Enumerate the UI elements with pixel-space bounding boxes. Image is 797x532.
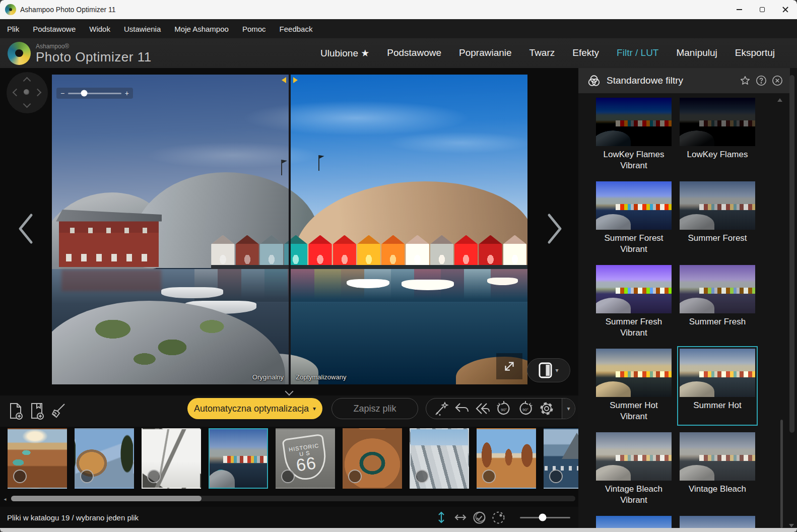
invert-selection-button[interactable] xyxy=(492,511,505,524)
favorite-button[interactable] xyxy=(739,75,751,87)
svg-text:90°: 90° xyxy=(501,408,507,412)
select-all-button[interactable] xyxy=(473,511,486,524)
add-folder-button[interactable] xyxy=(26,400,47,423)
filter-item[interactable]: LowKey Flames Vibrant xyxy=(593,95,674,175)
undo-all-button[interactable] xyxy=(475,401,491,417)
filter-item[interactable]: Summer Fresh xyxy=(677,262,758,342)
tools-dropdown-button[interactable]: ▾ xyxy=(562,398,575,419)
chevron-down-icon[interactable]: ▾ xyxy=(555,367,558,373)
settings-button[interactable] xyxy=(539,401,555,417)
close-button[interactable] xyxy=(774,0,797,19)
filter-item[interactable]: Vintage Bleach xyxy=(677,430,758,509)
filmstrip-thumbnail[interactable]: ✓ xyxy=(8,428,67,489)
filter-item[interactable]: Summer Hot Vibrant xyxy=(593,346,674,426)
collapse-toolbar-icon[interactable] xyxy=(285,387,294,396)
filter-item[interactable]: Vintage Bleach Vibrant xyxy=(593,430,674,509)
thumbnail-size-slider-thumb[interactable] xyxy=(539,514,547,521)
thumbnail-checkbox[interactable]: ✓ xyxy=(147,470,161,483)
nav-tab[interactable]: Ulubione ★ xyxy=(320,47,369,59)
nav-tab[interactable]: Podstawowe xyxy=(387,47,441,59)
nav-tab[interactable]: Twarz xyxy=(529,47,555,59)
nav-tab[interactable]: Poprawianie xyxy=(459,47,512,59)
zoom-out-icon[interactable]: − xyxy=(60,90,64,97)
thumbnail-checkbox[interactable]: ✓ xyxy=(13,470,27,483)
pan-up-icon[interactable] xyxy=(23,77,31,85)
zoom-slider-track[interactable] xyxy=(68,93,121,94)
filmstrip-thumbnail[interactable]: ✓ xyxy=(209,428,268,489)
chevron-down-icon: ▾ xyxy=(313,406,316,412)
filter-item[interactable]: Summer Forest Vibrant xyxy=(593,179,674,258)
panel-inner-scrollbar[interactable] xyxy=(780,420,783,528)
pan-left-icon[interactable] xyxy=(13,89,21,97)
auto-wand-button[interactable] xyxy=(433,401,449,417)
menu-item[interactable]: Podstawowe xyxy=(33,25,76,33)
menu-item[interactable]: Plik xyxy=(7,25,19,33)
maximize-button[interactable] xyxy=(751,0,774,19)
zoom-slider[interactable]: − + xyxy=(56,88,133,99)
panel-scroll-up-icon[interactable] xyxy=(777,98,782,102)
nav-tab[interactable]: Eksportuj xyxy=(735,47,775,59)
fit-horizontal-button[interactable] xyxy=(453,511,467,524)
panel-scrollbar-thumb[interactable] xyxy=(789,75,794,433)
close-panel-button[interactable] xyxy=(771,75,783,87)
filmstrip-scrollbar[interactable] xyxy=(11,496,575,501)
panel-scroll-down-icon[interactable] xyxy=(789,524,794,527)
pan-right-icon[interactable] xyxy=(34,89,42,97)
thumbnail-checkbox[interactable]: ✓ xyxy=(415,470,429,483)
thumbnail-checkbox[interactable]: ✓ xyxy=(281,470,295,483)
filter-item[interactable]: LowKey Flames xyxy=(677,95,758,175)
thumbnail-size-slider[interactable] xyxy=(520,517,570,518)
menu-item[interactable]: Moje Ashampoo xyxy=(174,25,229,33)
fullscreen-button[interactable] xyxy=(496,353,522,379)
compare-divider[interactable] xyxy=(289,75,291,384)
status-text: Pliki w katalogu 19 / wybrano jeden plik xyxy=(7,513,139,522)
zoom-in-icon[interactable]: + xyxy=(125,90,129,97)
nav-tab[interactable]: Filtr / LUT xyxy=(617,47,658,59)
divider-arrow-left-icon[interactable] xyxy=(282,77,286,83)
add-file-button[interactable] xyxy=(5,400,26,423)
filmstrip-scrollbar-thumb[interactable] xyxy=(11,496,202,501)
filmstrip-thumbnail[interactable]: ✓ xyxy=(544,428,578,489)
compare-mode-button[interactable]: ▾ xyxy=(527,358,570,382)
filter-item[interactable]: Summer Hot xyxy=(677,346,758,426)
menu-item[interactable]: Ustawienia xyxy=(124,25,161,33)
pan-control[interactable] xyxy=(7,72,48,113)
filmstrip-thumbnail[interactable]: ✓ xyxy=(477,428,536,489)
menu-item[interactable]: Pomoc xyxy=(242,25,266,33)
pan-down-icon[interactable] xyxy=(23,100,31,108)
rotate-left-button[interactable]: 90° xyxy=(495,401,512,417)
thumbnail-checkbox[interactable]: ✓ xyxy=(348,470,362,483)
previous-image-button[interactable] xyxy=(14,210,37,247)
undo-button[interactable] xyxy=(454,401,470,417)
fit-vertical-button[interactable] xyxy=(434,511,448,524)
zoom-slider-thumb[interactable] xyxy=(81,90,87,97)
pan-center-dot[interactable] xyxy=(24,89,29,95)
filmstrip-thumbnail[interactable]: ✓ xyxy=(142,428,201,489)
filter-item[interactable]: Summer Fresh Vibrant xyxy=(593,262,674,342)
rotate-right-button[interactable]: 90° xyxy=(517,401,534,417)
clean-list-button[interactable] xyxy=(47,400,69,423)
photo-compare-view[interactable]: Oryginalny Zoptymalizowany − + xyxy=(52,75,527,384)
next-image-button[interactable] xyxy=(543,210,566,247)
thumbnail-checkbox[interactable]: ✓ xyxy=(80,470,94,483)
filter-item[interactable]: Summer Forest xyxy=(677,179,758,258)
filmstrip-thumbnail[interactable]: ✓ xyxy=(75,428,134,489)
filmstrip-thumbnail[interactable]: ✓ xyxy=(410,428,469,489)
help-button[interactable] xyxy=(755,75,767,87)
auto-optimize-button[interactable]: Automatyczna optymalizacja ▾ xyxy=(187,398,322,419)
save-file-button[interactable]: Zapisz plik xyxy=(331,398,418,419)
filters-icon xyxy=(587,75,601,87)
thumbnail-checkbox[interactable]: ✓ xyxy=(214,470,228,483)
filmstrip-scroll-left-icon[interactable]: ◂ xyxy=(2,496,9,502)
divider-arrow-right-icon[interactable] xyxy=(293,77,298,83)
check-icon: ✓ xyxy=(218,473,224,481)
nav-tab[interactable]: Manipuluj xyxy=(676,47,717,59)
thumbnail-checkbox[interactable]: ✓ xyxy=(549,470,563,483)
filmstrip-thumbnail[interactable]: ✓ xyxy=(343,428,402,489)
menu-item[interactable]: Widok xyxy=(89,25,110,33)
minimize-button[interactable] xyxy=(727,0,751,19)
nav-tab[interactable]: Efekty xyxy=(572,47,599,59)
menu-item[interactable]: Feedback xyxy=(280,25,313,33)
filmstrip-thumbnail[interactable]: HISTORIC U S 66 ✓ xyxy=(276,428,335,489)
thumbnail-checkbox[interactable]: ✓ xyxy=(482,470,496,483)
